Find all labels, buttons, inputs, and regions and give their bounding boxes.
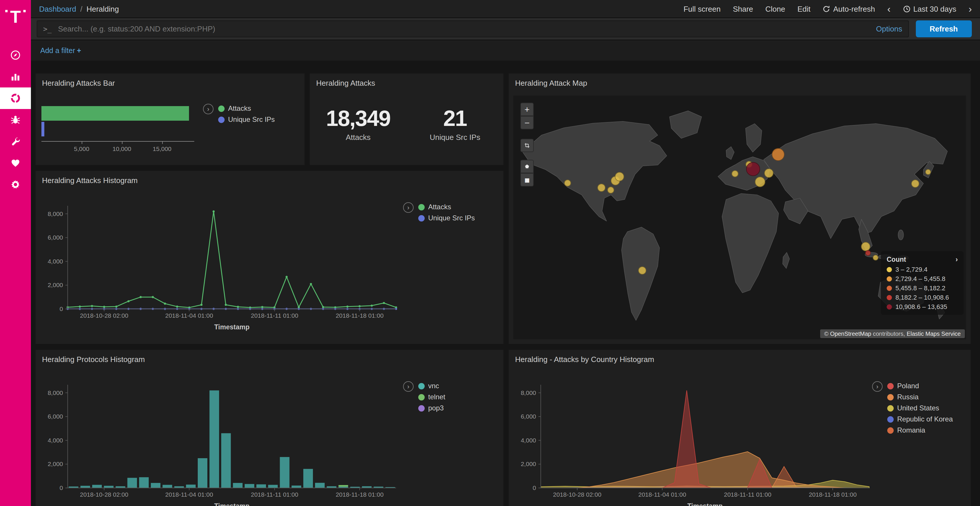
add-filter-link[interactable]: Add a filter+	[40, 46, 81, 54]
bar-vnc[interactable]	[303, 469, 313, 488]
protocols-histogram-legend: › vnctelnetpop3	[403, 381, 445, 412]
auto-refresh-button[interactable]: Auto-refresh	[823, 5, 875, 13]
attack-location-circle[interactable]	[638, 266, 646, 274]
legend-collapse-icon[interactable]: ›	[956, 256, 958, 263]
bar-vnc[interactable]	[233, 483, 243, 488]
bar-vnc[interactable]	[209, 390, 219, 488]
bar-unique-src-ips[interactable]	[41, 122, 45, 136]
openstreetmap-link[interactable]: OpenStreetMap	[830, 330, 871, 337]
legend-item[interactable]: 10,908.6 – 13,635	[887, 303, 958, 310]
attack-location-circle[interactable]	[755, 176, 765, 187]
attack-location-circle[interactable]	[861, 242, 870, 251]
y-axis-tick-label: 0	[59, 484, 63, 491]
zoom-out-button[interactable]: −	[520, 116, 534, 129]
attack-location-circle[interactable]	[865, 250, 871, 255]
bar-vnc[interactable]	[139, 477, 149, 488]
bar-vnc[interactable]	[151, 483, 161, 488]
bar-vnc[interactable]	[280, 457, 290, 488]
legend-item[interactable]: Attacks	[218, 104, 275, 113]
bar-vnc[interactable]	[81, 486, 90, 488]
legend-item[interactable]: Unique Src IPs	[218, 116, 275, 124]
bar-vnc[interactable]	[127, 478, 137, 488]
attack-location-circle[interactable]	[732, 170, 738, 177]
sidebar-item-threats[interactable]	[0, 109, 31, 130]
search-input[interactable]	[57, 24, 870, 34]
telekom-logo[interactable]: T	[0, 0, 31, 34]
bar-vnc[interactable]	[292, 485, 301, 488]
legend-item[interactable]: Poland	[887, 382, 953, 390]
legend-item[interactable]: 2,729.4 – 5,455.8	[887, 275, 958, 282]
time-back-button[interactable]: ‹	[887, 4, 891, 14]
x-axis-label: Timestamp	[214, 323, 250, 331]
bar-vnc[interactable]	[268, 485, 278, 488]
elastic-maps-service-link[interactable]: Elastic Maps Service	[907, 330, 961, 337]
legend-item[interactable]: 5,455.8 – 8,182.2	[887, 284, 958, 292]
legend-item[interactable]: pop3	[418, 404, 445, 412]
attack-location-circle[interactable]	[764, 168, 774, 178]
time-forward-button[interactable]: ›	[969, 4, 972, 14]
attack-location-circle[interactable]	[911, 180, 920, 188]
area-Russia[interactable]	[541, 452, 869, 488]
sidebar-item-dashboard[interactable]	[0, 87, 31, 109]
map-count-legend: Count › 3 – 2,729.42,729.4 – 5,455.85,45…	[881, 251, 964, 315]
draw-polygon-button[interactable]	[520, 160, 534, 173]
bar-vnc[interactable]	[221, 433, 231, 488]
legend-toggle-button[interactable]: ›	[403, 381, 414, 392]
zoom-in-button[interactable]: +	[520, 103, 534, 116]
legend-item[interactable]: Russia	[887, 393, 953, 401]
clone-button[interactable]: Clone	[765, 5, 785, 13]
x-axis-tick-label: 2018-11-11 01:00	[251, 491, 298, 498]
breadcrumb-dashboard-link[interactable]: Dashboard	[39, 5, 76, 13]
full-screen-button[interactable]: Full screen	[683, 5, 721, 13]
fit-bounds-button[interactable]	[520, 139, 534, 152]
bar-vnc[interactable]	[104, 486, 113, 488]
attacks-bar-plot	[41, 106, 194, 138]
bar-vnc[interactable]	[315, 483, 325, 488]
sidebar-item-devtools[interactable]	[0, 130, 31, 152]
point	[140, 296, 142, 298]
axis-tick	[82, 142, 82, 144]
attack-location-circle[interactable]	[772, 148, 784, 161]
legend-item[interactable]: Romania	[887, 426, 953, 434]
attack-location-circle[interactable]	[564, 179, 571, 186]
attack-location-circle[interactable]	[925, 169, 931, 175]
share-button[interactable]: Share	[733, 5, 753, 13]
legend-toggle-button[interactable]: ›	[872, 381, 883, 392]
sidebar-item-monitoring[interactable]	[0, 152, 31, 174]
legend-item[interactable]: United States	[887, 404, 953, 412]
attack-location-circle[interactable]	[746, 162, 760, 176]
legend-item[interactable]: 8,182.2 – 10,908.6	[887, 294, 958, 301]
legend-item[interactable]: Unique Src IPs	[418, 214, 475, 222]
bar-telnet[interactable]	[339, 485, 348, 487]
query-options-link[interactable]: Options	[876, 24, 902, 33]
legend-item[interactable]: Attacks	[418, 203, 475, 211]
bar-vnc[interactable]	[256, 484, 266, 488]
sidebar-item-management[interactable]	[0, 174, 31, 195]
sidebar-item-discover[interactable]	[0, 44, 31, 66]
time-range-button[interactable]: Last 30 days	[903, 5, 956, 13]
edit-button[interactable]: Edit	[797, 5, 811, 13]
legend-item[interactable]: vnc	[418, 382, 445, 390]
refresh-button[interactable]: Refresh	[916, 21, 972, 37]
attack-location-circle[interactable]	[598, 183, 606, 192]
attack-location-circle[interactable]	[873, 254, 878, 260]
bar-vnc[interactable]	[92, 485, 102, 488]
bar-vnc[interactable]	[162, 485, 172, 488]
bar-vnc[interactable]	[198, 458, 207, 488]
sidebar-item-visualize[interactable]	[0, 66, 31, 87]
legend-toggle-button[interactable]: ›	[403, 202, 414, 213]
line-Attacks[interactable]	[68, 211, 396, 308]
legend-item[interactable]: Republic of Korea	[887, 415, 953, 423]
legend-item[interactable]: 3 – 2,729.4	[887, 266, 958, 273]
point	[322, 306, 324, 308]
world-map-canvas[interactable]: + − ■ Count › 3 – 2,729.42,729.4 – 5,	[513, 95, 966, 339]
legend-toggle-button[interactable]: ›	[203, 104, 213, 114]
bar-vnc[interactable]	[186, 485, 196, 488]
bar-vnc[interactable]	[245, 484, 255, 488]
point	[371, 305, 373, 307]
bar-attacks[interactable]	[41, 106, 189, 121]
attack-location-circle[interactable]	[607, 187, 614, 194]
attack-location-circle[interactable]	[615, 172, 624, 181]
draw-rectangle-button[interactable]: ■	[520, 173, 534, 187]
legend-item[interactable]: telnet	[418, 393, 445, 401]
